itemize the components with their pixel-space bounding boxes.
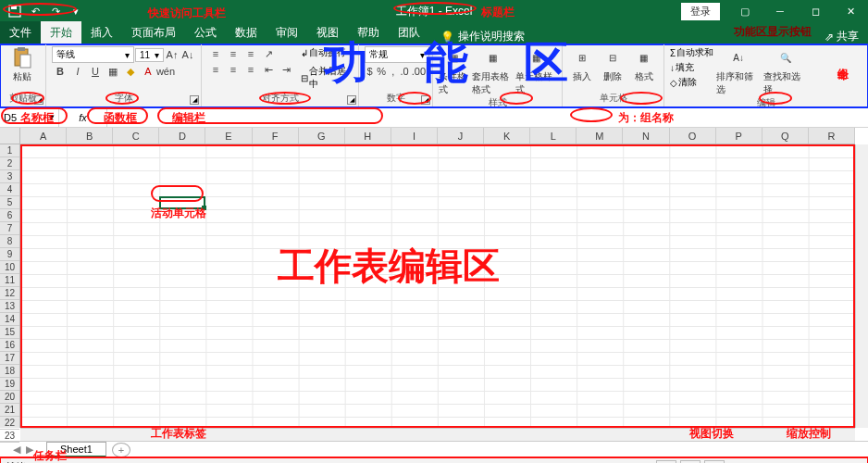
- align-top-icon[interactable]: ≡: [207, 46, 224, 61]
- name-box[interactable]: D5▾: [0, 107, 59, 127]
- sheet-tab-1[interactable]: Sheet1: [46, 442, 106, 457]
- tab-data[interactable]: 数据: [226, 21, 267, 44]
- wrap-text-button[interactable]: ↲自动换行: [301, 46, 353, 59]
- maximize-icon[interactable]: ◻: [798, 0, 833, 22]
- row-header[interactable]: 15: [0, 326, 19, 339]
- row-header[interactable]: 14: [0, 313, 19, 326]
- qat-dropdown-icon[interactable]: ▾: [67, 2, 85, 20]
- align-middle-icon[interactable]: ≡: [225, 46, 242, 61]
- currency-icon[interactable]: $: [365, 64, 375, 79]
- active-cell[interactable]: [159, 196, 205, 209]
- font-color-icon[interactable]: A: [140, 64, 156, 79]
- row-header[interactable]: 20: [0, 391, 19, 404]
- insert-cells-button[interactable]: ⊞插入: [568, 46, 596, 83]
- row-header[interactable]: 21: [0, 404, 19, 417]
- comma-icon[interactable]: ,: [388, 64, 398, 79]
- tab-review[interactable]: 审阅: [267, 21, 307, 44]
- increase-decimal-icon[interactable]: .0: [399, 64, 409, 79]
- col-header[interactable]: G: [299, 128, 345, 144]
- tab-view[interactable]: 视图: [307, 21, 348, 44]
- row-header[interactable]: 23: [0, 430, 19, 443]
- row-header[interactable]: 4: [0, 183, 19, 196]
- col-header[interactable]: Q: [763, 128, 809, 144]
- horizontal-scrollbar[interactable]: [20, 428, 855, 441]
- font-launcher-icon[interactable]: ◢: [190, 95, 199, 105]
- italic-icon[interactable]: I: [69, 64, 86, 79]
- number-format-select[interactable]: 常规▾: [365, 46, 429, 63]
- percent-icon[interactable]: %: [376, 64, 387, 79]
- fill-color-icon[interactable]: ◆: [122, 64, 139, 79]
- new-sheet-button[interactable]: +: [112, 443, 130, 457]
- format-table-button[interactable]: ▦套用表格格式: [472, 46, 513, 96]
- col-header[interactable]: J: [438, 128, 484, 144]
- col-header[interactable]: C: [113, 128, 159, 144]
- sort-filter-button[interactable]: A↓排序和筛选: [716, 46, 761, 96]
- phonetic-icon[interactable]: wén: [157, 64, 174, 79]
- clear-button[interactable]: ◇清除: [670, 76, 713, 89]
- orientation-icon[interactable]: ↗: [260, 46, 277, 61]
- tab-team[interactable]: 团队: [389, 21, 429, 44]
- row-header[interactable]: 17: [0, 352, 19, 365]
- border-icon[interactable]: ▦: [105, 64, 121, 79]
- row-header[interactable]: 2: [0, 157, 19, 170]
- number-launcher-icon[interactable]: ◢: [421, 95, 430, 105]
- page-layout-view-icon[interactable]: ▤: [680, 460, 701, 464]
- prev-sheet-icon[interactable]: ◀: [13, 444, 20, 456]
- cell-styles-button[interactable]: ▦单元格样式: [515, 46, 556, 96]
- redo-icon[interactable]: ↷: [46, 2, 65, 20]
- align-right-icon[interactable]: ≡: [242, 62, 259, 77]
- row-header[interactable]: 10: [0, 261, 19, 274]
- decrease-font-icon[interactable]: A↓: [180, 47, 195, 62]
- align-bottom-icon[interactable]: ≡: [242, 46, 259, 61]
- row-header[interactable]: 11: [0, 274, 19, 287]
- align-left-icon[interactable]: ≡: [207, 62, 224, 77]
- row-header[interactable]: 8: [0, 235, 19, 248]
- row-header[interactable]: 19: [0, 378, 19, 391]
- underline-icon[interactable]: U: [87, 64, 104, 79]
- normal-view-icon[interactable]: ▦: [656, 460, 676, 464]
- alignment-launcher-icon[interactable]: ◢: [347, 95, 356, 105]
- indent-decrease-icon[interactable]: ⇤: [260, 62, 277, 77]
- fx-button[interactable]: fx: [59, 107, 107, 127]
- share-button[interactable]: ⇗共享: [825, 29, 859, 44]
- autosum-button[interactable]: Σ自动求和: [670, 46, 713, 59]
- col-header[interactable]: E: [205, 128, 252, 144]
- next-sheet-icon[interactable]: ▶: [26, 444, 33, 456]
- sheet-nav[interactable]: ◀▶: [0, 444, 46, 456]
- tab-insert[interactable]: 插入: [81, 21, 122, 44]
- row-header[interactable]: 7: [0, 222, 19, 235]
- clipboard-launcher-icon[interactable]: ◢: [34, 95, 43, 105]
- font-name-select[interactable]: 等线▾: [52, 46, 134, 63]
- minimize-icon[interactable]: ─: [763, 0, 798, 22]
- save-icon[interactable]: [6, 2, 24, 20]
- col-header[interactable]: O: [670, 128, 716, 144]
- undo-icon[interactable]: ↶: [26, 2, 44, 20]
- tab-help[interactable]: 帮助: [348, 21, 389, 44]
- col-header[interactable]: M: [577, 128, 623, 144]
- vertical-scrollbar[interactable]: [855, 144, 868, 428]
- decrease-decimal-icon[interactable]: .00: [411, 64, 427, 79]
- tell-me-search[interactable]: 💡操作说明搜索: [440, 29, 525, 44]
- tab-file[interactable]: 文件: [0, 21, 41, 44]
- tab-layout[interactable]: 页面布局: [122, 21, 185, 44]
- ribbon-display-options-icon[interactable]: ▢: [727, 0, 763, 22]
- paste-button[interactable]: 粘贴: [6, 46, 39, 83]
- page-break-view-icon[interactable]: ▥: [704, 460, 725, 464]
- row-header[interactable]: 16: [0, 339, 19, 352]
- login-button[interactable]: 登录: [681, 3, 720, 20]
- delete-cells-button[interactable]: ⊟删除: [599, 46, 626, 83]
- align-center-icon[interactable]: ≡: [225, 62, 242, 77]
- format-cells-button[interactable]: ▦格式: [630, 46, 658, 83]
- bold-icon[interactable]: B: [52, 64, 68, 79]
- select-all-button[interactable]: [0, 128, 20, 144]
- tab-home[interactable]: 开始: [41, 21, 81, 44]
- close-icon[interactable]: ✕: [833, 0, 868, 22]
- conditional-format-button[interactable]: ▦条件格式: [439, 46, 469, 96]
- row-header[interactable]: 3: [0, 170, 19, 183]
- cells-area[interactable]: [20, 144, 855, 428]
- col-header[interactable]: D: [159, 128, 205, 144]
- col-header[interactable]: N: [623, 128, 669, 144]
- row-header[interactable]: 1: [0, 144, 19, 157]
- col-header[interactable]: F: [253, 128, 299, 144]
- col-header[interactable]: L: [530, 128, 577, 144]
